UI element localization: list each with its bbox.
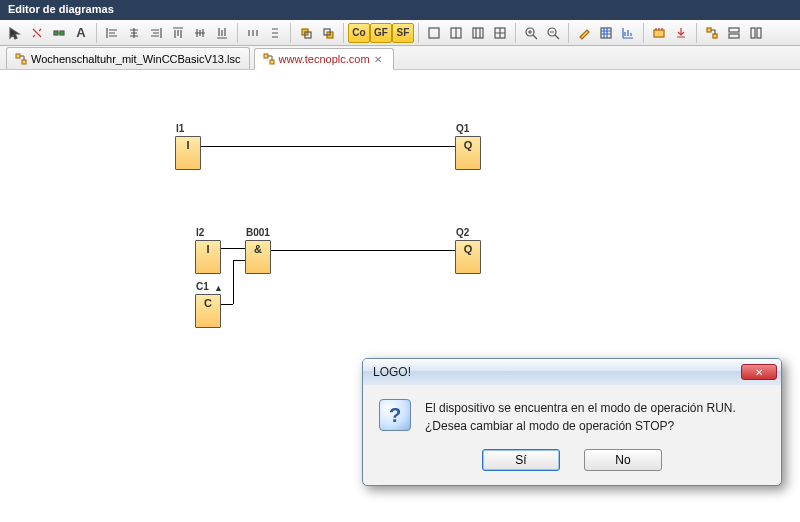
grid-icon[interactable] [595,23,617,43]
svg-rect-1 [60,31,64,35]
send-back-icon[interactable] [317,23,339,43]
connector-tool[interactable] [26,23,48,43]
svg-rect-15 [713,34,717,38]
layout-2-icon[interactable] [445,23,467,43]
yes-button[interactable]: Sí [482,449,560,471]
align-right-icon[interactable] [145,23,167,43]
tab-strip: Wochenschaltuhr_mit_WinCCBasicV13.lsc ww… [0,46,800,70]
svg-rect-16 [729,28,739,32]
wire [271,250,455,251]
gf-button[interactable]: GF [370,23,392,43]
co-button[interactable]: Co [348,23,370,43]
diagram-icon [263,53,275,65]
tab-file-2[interactable]: www.tecnoplc.com ✕ [254,48,394,70]
svg-rect-12 [601,28,611,38]
cursor-tool[interactable] [4,23,26,43]
layout-4-icon[interactable] [489,23,511,43]
window-title: Editor de diagramas [8,3,114,15]
tab-file-1[interactable]: Wochenschaltuhr_mit_WinCCBasicV13.lsc [6,47,250,69]
block-i1[interactable]: I1 I [175,136,201,170]
block-label: C1 [196,281,209,292]
tile-v-icon[interactable] [745,23,767,43]
block-c1[interactable]: C1 ▲ C [195,294,221,328]
block-text: I [206,243,209,255]
up-arrow-icon: ▲ [214,283,223,293]
wire [233,260,245,261]
confirm-dialog: LOGO! ✕ ? El dispositivo se encuentra en… [362,358,782,486]
diagram-icon [15,53,27,65]
svg-rect-17 [729,34,739,38]
layout-3-icon[interactable] [467,23,489,43]
block-label: Q1 [456,123,469,134]
sf-button[interactable]: SF [392,23,414,43]
align-top-icon[interactable] [167,23,189,43]
tile-h-icon[interactable] [723,23,745,43]
dialog-close-button[interactable]: ✕ [741,364,777,380]
dist-v-icon[interactable] [264,23,286,43]
block-text: Q [464,243,473,255]
align-bottom-icon[interactable] [211,23,233,43]
svg-rect-14 [707,28,711,32]
window-titlebar: Editor de diagramas [0,0,800,20]
zoom-in-button[interactable] [520,23,542,43]
svg-rect-13 [654,30,664,37]
align-hcenter-icon[interactable] [123,23,145,43]
svg-rect-0 [54,31,58,35]
wire [221,248,245,249]
text-tool[interactable]: A [70,23,92,43]
link-tool[interactable] [48,23,70,43]
tab-close-icon[interactable]: ✕ [374,54,385,65]
dialog-line2: ¿Desea cambiar al modo de operación STOP… [425,417,736,435]
bring-front-icon[interactable] [295,23,317,43]
svg-rect-18 [751,28,755,38]
dialog-message: El dispositivo se encuentra en el modo d… [425,399,736,435]
zoom-out-button[interactable] [542,23,564,43]
layout-1-icon[interactable] [423,23,445,43]
block-i2[interactable]: I2 I [195,240,221,274]
chart-icon[interactable] [617,23,639,43]
block-q1[interactable]: Q1 Q [455,136,481,170]
align-vcenter-icon[interactable] [189,23,211,43]
svg-rect-23 [270,60,274,64]
block-text: I [186,139,189,151]
question-icon: ? [379,399,411,431]
dialog-line1: El dispositivo se encuentra en el modo d… [425,399,736,417]
svg-rect-6 [429,28,439,38]
tab-label: www.tecnoplc.com [279,53,370,65]
tab-label: Wochenschaltuhr_mit_WinCCBasicV13.lsc [31,53,241,65]
block-label: I1 [176,123,184,134]
block-label: B001 [246,227,270,238]
wire [233,260,234,304]
pencil-icon[interactable] [573,23,595,43]
block-q2[interactable]: Q2 Q [455,240,481,274]
align-left-icon[interactable] [101,23,123,43]
svg-rect-8 [473,28,483,38]
svg-rect-22 [264,54,268,58]
block-text: Q [464,139,473,151]
wire [221,304,233,305]
structure-icon[interactable] [701,23,723,43]
svg-rect-19 [757,28,761,38]
block-text: & [254,243,262,255]
no-button[interactable]: No [584,449,662,471]
dialog-titlebar[interactable]: LOGO! ✕ [363,359,781,385]
block-label: I2 [196,227,204,238]
dist-h-icon[interactable] [242,23,264,43]
toolbar: A Co GF SF [0,20,800,46]
block-label: Q2 [456,227,469,238]
dialog-title: LOGO! [373,365,741,379]
svg-rect-21 [22,60,26,64]
download-icon[interactable] [670,23,692,43]
sim-icon[interactable] [648,23,670,43]
block-b001[interactable]: B001 & [245,240,271,274]
block-text: C [204,297,212,309]
svg-rect-20 [16,54,20,58]
wire [201,146,455,147]
